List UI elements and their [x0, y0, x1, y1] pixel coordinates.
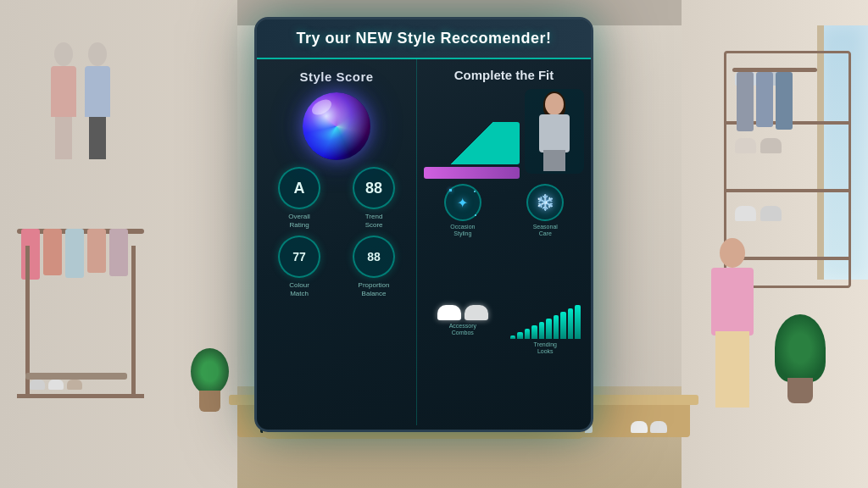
fit-label-trending: TrendingLooks — [534, 341, 557, 356]
shoe-shelf-left — [25, 373, 127, 424]
chart-bar-9 — [568, 308, 574, 338]
model-preview — [525, 89, 584, 174]
fit-item-accessory: AccessoryCombos — [424, 305, 501, 418]
shoe-display-small — [424, 305, 501, 320]
plant-right — [783, 319, 817, 403]
style-score-title: Style Score — [265, 69, 408, 84]
complete-fit-title: Complete the Fit — [424, 68, 584, 82]
score-item-colour: 77 ColourMatch — [265, 236, 333, 297]
panel-title: Try our NEW Style Reccomender! — [270, 30, 577, 47]
fit-icons-grid: ✦ OccasionStyling ❄️ SeasonalCare — [424, 184, 584, 417]
preview-body — [539, 114, 570, 152]
shoe-icon-1 — [437, 305, 461, 320]
shoe-pair-6 — [631, 421, 667, 433]
preview-legs — [543, 150, 565, 171]
shoe-icon-2 — [465, 305, 488, 320]
chart-bar-1 — [510, 336, 516, 339]
chart-bar-10 — [575, 305, 581, 339]
score-circle-colour: 77 — [278, 236, 320, 278]
mannequin-1 — [51, 42, 76, 159]
score-label-trend: TrendScore — [365, 213, 383, 229]
teal-triangle — [424, 122, 520, 164]
fit-icon-occasion: ✦ — [444, 184, 481, 221]
style-score-column: Style Score A OverallRating 88 TrendScor… — [257, 59, 417, 425]
preview-head — [545, 93, 564, 115]
complete-fit-column: Complete the Fit — [417, 59, 591, 425]
score-label-colour: ColourMatch — [289, 281, 309, 297]
score-circle-proportion: 88 — [353, 236, 395, 278]
fit-item-trending: TrendingLooks — [507, 305, 584, 418]
fit-item-seasonal: ❄️ SeasonalCare — [507, 184, 584, 300]
score-item-proportion: 88 ProportionBalance — [340, 236, 408, 297]
score-label-grade: OverallRating — [288, 213, 309, 229]
chart-bar-7 — [554, 315, 559, 338]
score-item-grade: A OverallRating — [265, 167, 333, 229]
fit-label-accessory: AccessoryCombos — [449, 323, 476, 337]
chart-bar-8 — [560, 312, 566, 338]
clothes-rack-right — [732, 68, 817, 220]
left-store-section — [0, 0, 237, 488]
chart-bar-2 — [517, 332, 523, 338]
score-item-trend: 88 TrendScore — [340, 167, 408, 229]
score-circle-trend: 88 — [353, 167, 395, 209]
chart-bar-6 — [546, 319, 552, 338]
fit-item-occasion: ✦ OccasionStyling — [424, 184, 501, 300]
chart-bar-3 — [525, 329, 531, 338]
score-grid: A OverallRating 88 TrendScore 77 ColourM… — [265, 167, 408, 297]
mannequin-area — [51, 42, 110, 159]
fit-label-seasonal: SeasonalCare — [533, 224, 558, 238]
trend-chart — [507, 305, 584, 339]
fit-preview-area — [424, 89, 584, 179]
mannequin-2 — [85, 42, 110, 159]
style-recommender-panel: Try our NEW Style Reccomender! Style Sco… — [254, 17, 593, 432]
panel-content: Style Score A OverallRating 88 TrendScor… — [257, 59, 591, 425]
purple-accent-bar — [424, 167, 520, 179]
fit-label-occasion: OccasionStyling — [450, 224, 475, 238]
plant-left — [195, 352, 225, 412]
right-store-section — [682, 0, 868, 488]
fit-icon-seasonal: ❄️ — [526, 184, 564, 221]
chart-bar-5 — [539, 322, 545, 338]
style-orb — [303, 92, 370, 160]
panel-header: Try our NEW Style Reccomender! — [257, 19, 591, 59]
chart-bar-4 — [531, 325, 537, 338]
teal-triangle-area — [424, 89, 520, 179]
score-label-proportion: ProportionBalance — [359, 281, 390, 297]
store-person — [707, 238, 758, 408]
score-circle-grade: A — [278, 167, 320, 209]
